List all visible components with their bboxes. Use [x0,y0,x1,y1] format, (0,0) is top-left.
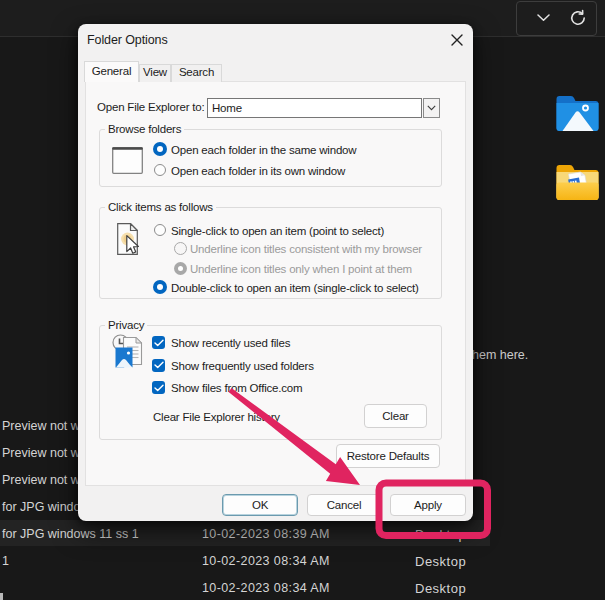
checkbox-label[interactable]: Show files from Office.com [171,382,302,394]
file-date: 10-02-2023 08:39 AM [202,527,330,541]
file-name: Preview not w [2,473,80,487]
checkbox-recent-files[interactable] [152,336,165,349]
group-legend: Privacy [105,319,147,331]
radio-label[interactable]: Open each folder in its own window [171,165,345,177]
radio-same-window[interactable] [153,142,167,156]
group-privacy: Privacy Show recently used files Show fr… [99,325,442,440]
clear-button[interactable]: Clear [364,404,427,428]
radio-label: Underline icon titles only when I point … [190,263,412,275]
close-button[interactable] [445,28,469,52]
checkbox-office-files[interactable] [152,381,165,394]
file-name: 1 [2,554,9,568]
radio-label[interactable]: Open each folder in the same window [171,144,356,156]
clear-history-label: Clear File Explorer history [153,411,280,423]
file-date: 10-02-2023 08:34 AM [202,581,330,595]
radio-label: Underline icon titles consistent with my… [190,243,422,255]
checkbox-label[interactable]: Show recently used files [171,337,290,349]
open-to-label: Open File Explorer to: [97,101,204,113]
file-name: for JPG windo [2,500,81,514]
tab-search[interactable]: Search [171,64,222,82]
file-location: Desktop [415,526,466,541]
checkbox-label[interactable]: Show frequently used folders [171,360,314,372]
group-browse-folders: Browse folders Open each folder in the s… [99,129,442,187]
file-name: Preview not w [2,419,80,433]
radio-single-click[interactable] [154,224,166,236]
tab-general[interactable]: General [84,61,139,82]
file-row[interactable]: 1 10-02-2023 08:34 AM Desktop [0,547,605,574]
radio-label[interactable]: Double-click to open an item (single-cli… [171,282,419,294]
toolbar-button-group [516,1,597,36]
drop-hint-text: hem here. [472,348,528,362]
file-name: for JPG windows 11 ss 1 [2,527,139,541]
radio-underline-consistent [174,242,187,255]
documents-folder-icon[interactable] [556,163,599,205]
radio-underline-point [174,262,187,275]
radio-label[interactable]: Single-click to open an item (point to s… [171,225,384,237]
folder-options-dialog: Folder Options General View Search Open … [78,24,473,521]
cancel-button[interactable]: Cancel [307,494,381,516]
tab-view[interactable]: View [139,64,171,82]
file-name: Preview not w [2,446,80,460]
file-location: Desktop [415,580,466,595]
checkbox-frequent-folders[interactable] [152,359,165,372]
apply-button[interactable]: Apply [390,494,466,516]
group-legend: Browse folders [105,123,184,135]
corner-artifact [0,593,3,600]
group-legend: Click items as follows [105,201,216,213]
click-item-icon [117,223,141,257]
restore-defaults-button[interactable]: Restore Defaults [336,444,440,468]
pictures-folder-icon[interactable] [556,94,599,136]
file-date: 10-02-2023 08:34 AM [202,554,330,568]
privacy-icon [111,334,145,368]
radio-own-window[interactable] [154,164,166,176]
chevron-down-icon[interactable] [531,0,555,35]
dialog-title: Folder Options [87,33,168,47]
radio-double-click[interactable] [153,280,167,294]
combobox-dropdown-button[interactable] [423,98,440,118]
ok-button[interactable]: OK [222,494,298,516]
refresh-icon[interactable] [566,0,590,35]
group-click-items: Click items as follows Single-click to o… [99,207,442,299]
file-location: Desktop [415,553,466,568]
open-to-combobox[interactable]: Home [207,98,422,118]
window-icon [112,147,143,174]
file-row[interactable]: for JPG windows 11 ss 1 10-02-2023 08:39… [0,520,605,547]
file-row[interactable]: 10-02-2023 08:34 AM Desktop [0,574,605,600]
